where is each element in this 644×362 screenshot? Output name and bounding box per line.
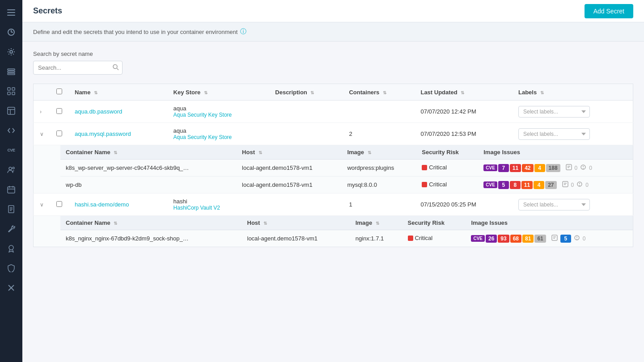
labels-select[interactable]: Select labels... xyxy=(518,128,590,140)
name-sort-icon[interactable]: ⇅ xyxy=(94,90,97,95)
keystore-secondary[interactable]: HashiCorp Vault V2 xyxy=(174,205,263,211)
svg-rect-12 xyxy=(8,107,15,114)
svg-rect-17 xyxy=(8,187,15,193)
secret-name-link[interactable]: aqua.mysql.password xyxy=(75,130,131,137)
keystore-sort-icon[interactable]: ⇅ xyxy=(204,90,208,95)
menu-icon[interactable] xyxy=(2,4,20,21)
expand-button[interactable]: ∨ xyxy=(40,131,44,137)
host-cell: local-agent.demo1578-vm1 xyxy=(237,160,342,177)
labels-select[interactable]: Select labels... xyxy=(518,106,590,118)
malware-icon-btn[interactable] xyxy=(578,163,588,173)
nested-table-wrap: Container Name ⇅ Host ⇅ Image ⇅ Security… xyxy=(34,145,633,193)
malware-count: 0 xyxy=(585,182,589,188)
security-risk-cell: Critical xyxy=(402,230,466,247)
reports-icon[interactable] xyxy=(2,200,20,218)
description-cell xyxy=(269,194,343,216)
issue-count: 8 xyxy=(510,181,521,189)
container-name-cell: k8s_nginx_nginx-67dbd9-k2dm9_sock-shop_8… xyxy=(60,230,242,247)
critical-badge: Critical xyxy=(422,164,447,171)
lastupdated-cell: 07/07/2020 12:53 PM xyxy=(414,123,512,145)
svg-rect-2 xyxy=(7,15,15,16)
row-checkbox[interactable] xyxy=(56,108,62,114)
search-input[interactable] xyxy=(33,61,123,75)
malware-icon-btn[interactable] xyxy=(572,234,582,243)
issue-count: 11 xyxy=(521,181,533,189)
users-icon[interactable] xyxy=(2,161,20,179)
nodes-icon[interactable] xyxy=(2,82,20,100)
lastupdated-col-header: Last Updated ⇅ xyxy=(414,84,512,101)
sensitive-icon-btn[interactable] xyxy=(564,163,574,173)
row-checkbox[interactable] xyxy=(56,201,62,207)
close-icon[interactable] xyxy=(2,279,20,297)
name-cell: aqua.mysql.password xyxy=(68,123,167,145)
award-icon[interactable] xyxy=(2,240,20,257)
svg-point-47 xyxy=(576,239,577,240)
svg-rect-0 xyxy=(7,9,15,10)
content-area: Search by secret name Name ⇅ Key Store ⇅… xyxy=(22,42,644,362)
containers-sort-icon[interactable]: ⇅ xyxy=(383,90,386,95)
calendar-icon[interactable] xyxy=(2,181,20,198)
search-icon-button[interactable] xyxy=(113,64,119,72)
issue-count: 4 xyxy=(534,164,545,172)
malware-icon-btn[interactable] xyxy=(575,180,585,189)
svg-point-4 xyxy=(10,51,13,53)
expand-cell: › xyxy=(34,101,51,123)
expand-button[interactable]: ∨ xyxy=(40,202,44,208)
keystore-primary: aqua xyxy=(174,127,263,134)
description-sort-icon[interactable]: ⇅ xyxy=(310,90,314,95)
container-name-header: Container Name ⇅ xyxy=(60,216,242,230)
container-name-cell: wp-db xyxy=(60,177,237,194)
image-cell: nginx:1.7.1 xyxy=(350,230,402,247)
container-name-sort[interactable]: ⇅ xyxy=(114,150,117,155)
settings-icon[interactable] xyxy=(2,43,20,61)
secrets-table: Name ⇅ Key Store ⇅ Description ⇅ Contain… xyxy=(33,84,633,247)
code-icon[interactable] xyxy=(2,122,20,139)
security-risk-cell: Critical xyxy=(416,160,478,177)
expand-cell: ∨ xyxy=(34,123,51,145)
cve-badge: CVE xyxy=(471,235,485,242)
layers-icon[interactable] xyxy=(2,63,20,80)
shield-icon[interactable] xyxy=(2,259,20,277)
lastupdated-cell: 07/07/2020 12:42 PM xyxy=(414,101,512,123)
svg-rect-7 xyxy=(8,73,15,75)
container-name-sort[interactable]: ⇅ xyxy=(114,221,117,226)
containers-col-header: Containers ⇅ xyxy=(343,84,414,101)
lastupdated-cell: 07/15/2020 05:25 PM xyxy=(414,194,512,216)
page-title: Secrets xyxy=(33,6,62,16)
row-checkbox[interactable] xyxy=(56,130,62,136)
labels-select[interactable]: Select labels... xyxy=(518,199,590,210)
image-issues: CVE711424188 0 0 xyxy=(483,163,627,173)
add-secret-button[interactable]: Add Secret xyxy=(585,4,633,18)
image-sort[interactable]: ⇅ xyxy=(368,150,371,155)
containers-cell: 2 xyxy=(343,123,414,145)
lastupdated-sort-icon[interactable]: ⇅ xyxy=(461,90,464,95)
expand-button[interactable]: › xyxy=(40,109,42,115)
secret-name-link[interactable]: aqua.db.password xyxy=(75,108,122,115)
checkbox-cell xyxy=(50,101,68,123)
critical-dot xyxy=(422,165,427,170)
critical-dot xyxy=(408,236,413,241)
labels-sort-icon[interactable]: ⇅ xyxy=(540,90,544,95)
wrench-icon[interactable] xyxy=(2,220,20,238)
select-all-checkbox[interactable] xyxy=(56,88,62,94)
sensitive-icon-btn[interactable] xyxy=(560,180,570,189)
svg-point-15 xyxy=(9,167,12,170)
nested-table-wrap: Container Name ⇅ Host ⇅ Image ⇅ Security… xyxy=(34,216,633,247)
keystore-secondary[interactable]: Aqua Security Key Store xyxy=(174,112,263,118)
nested-container-row: Container Name ⇅ Host ⇅ Image ⇅ Security… xyxy=(34,216,633,247)
sensitive-count: 0 xyxy=(575,165,578,171)
sensitive-icon-btn[interactable] xyxy=(550,234,559,243)
image-sort[interactable]: ⇅ xyxy=(376,221,379,226)
dashboard-icon[interactable] xyxy=(2,23,20,41)
table-icon[interactable] xyxy=(2,102,20,120)
host-sort[interactable]: ⇅ xyxy=(263,221,267,226)
host-sort[interactable]: ⇅ xyxy=(258,150,262,155)
keystore-primary: aqua xyxy=(174,105,263,112)
svg-rect-30 xyxy=(566,164,572,170)
keystore-cell: hashi HashiCorp Vault V2 xyxy=(167,194,269,216)
secret-name-link[interactable]: hashi.sa-demo/demo xyxy=(75,201,129,208)
container-name: k8s_wp-server_wp-server-c9c4744c6-skb9q_… xyxy=(66,164,191,171)
cve-icon[interactable]: CVE xyxy=(2,141,20,159)
keystore-secondary[interactable]: Aqua Security Key Store xyxy=(174,134,263,140)
issue-count: 5 xyxy=(498,181,509,189)
